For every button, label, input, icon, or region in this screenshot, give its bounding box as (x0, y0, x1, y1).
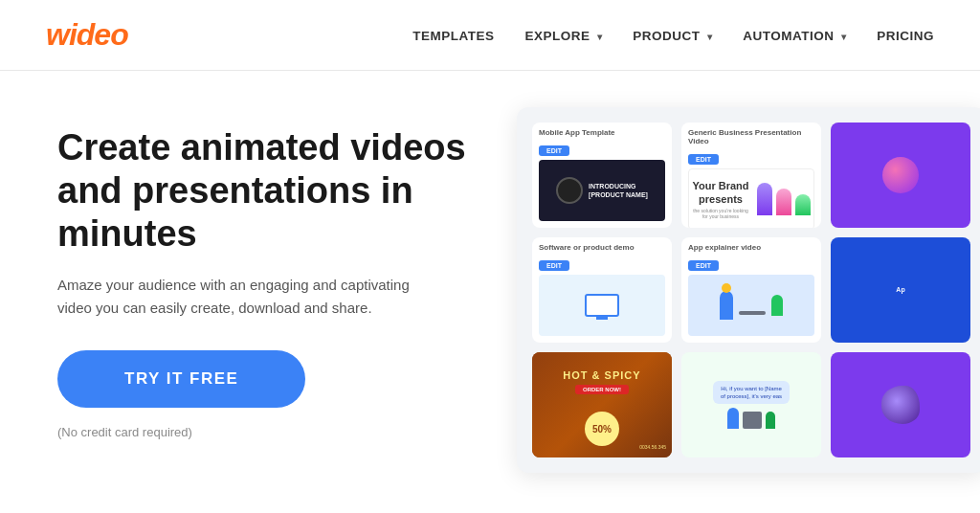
nav-item-templates[interactable]: TEMPLATES (412, 27, 494, 44)
hot-spicy-title: HOT & SPICY (532, 369, 672, 381)
blob-graphic (881, 386, 920, 424)
nav-item-explore[interactable]: EXPLORE ▾ (524, 27, 602, 44)
circle-3d-graphic (882, 157, 919, 193)
chevron-down-icon: ▾ (841, 32, 847, 42)
hero-content: Create animated videos and presentations… (57, 117, 479, 439)
discount-badge: 50% (585, 412, 619, 446)
nav-links: TEMPLATES EXPLORE ▾ PRODUCT ▾ AUTOMATION… (412, 27, 934, 44)
card-label: Mobile App Template (532, 123, 672, 140)
template-card-partial-purple (831, 123, 970, 228)
template-card-blue-partial: Ap (831, 237, 970, 343)
hero-section: Create animated videos and presentations… (0, 71, 980, 473)
template-card-desk-scene: Hi, if you want to [Name of process], it… (681, 352, 821, 457)
brand-subtitle: the solution you're lookingfor your busi… (692, 208, 748, 219)
order-now-button: ORDER NOW! (575, 385, 629, 394)
template-card-software-demo: Software or product demo EDIT (532, 237, 672, 343)
desk-graphic (743, 412, 762, 429)
person-figure (720, 291, 733, 320)
plant-small-graphic (766, 412, 775, 429)
template-preview-panel: Mobile App Template EDIT INTRODUCING[PRO… (517, 107, 980, 473)
hero-subtitle: Amaze your audience with an engaging and… (57, 274, 412, 320)
chevron-down-icon: ▾ (707, 32, 713, 42)
chevron-down-icon: ▾ (597, 32, 603, 42)
figure-1 (757, 183, 772, 215)
card-label: Software or product demo (532, 237, 672, 255)
card-visual: INTRODUCING[PRODUCT NAME] (539, 160, 665, 221)
logo[interactable]: wideo (46, 17, 128, 53)
circle-graphic (556, 177, 583, 204)
nav-item-automation[interactable]: AUTOMATION ▾ (743, 27, 846, 44)
monitor-icon (585, 294, 619, 317)
speech-bubble: Hi, if you want to [Name of process], it… (713, 381, 790, 405)
card-visual: Your Brandpresents the solution you're l… (688, 168, 814, 228)
edit-button[interactable]: EDIT (539, 260, 569, 271)
nav-item-pricing[interactable]: PRICING (877, 27, 934, 44)
nav-item-product[interactable]: PRODUCT ▾ (633, 27, 712, 44)
card-label: Generic Business Presentation Video (681, 123, 821, 148)
figures-graphic (757, 183, 811, 215)
hero-title: Create animated videos and presentations… (57, 126, 479, 255)
edit-button[interactable]: EDIT (688, 260, 719, 271)
figure-3 (795, 194, 811, 215)
person-small-graphic (727, 408, 739, 429)
brand-text: Your Brandpresents (692, 179, 748, 207)
template-card-purple-blob (831, 352, 970, 457)
edit-button[interactable]: EDIT (539, 145, 569, 156)
no-credit-text: (No credit card required) (57, 425, 479, 439)
card-visual (688, 275, 814, 336)
desk-graphic (739, 311, 766, 315)
plant-graphic (771, 295, 783, 316)
phone-number: 0034.56.345 (639, 444, 666, 450)
edit-button[interactable]: EDIT (688, 154, 719, 165)
template-grid: Mobile App Template EDIT INTRODUCING[PRO… (517, 107, 980, 473)
figure-2 (776, 189, 791, 215)
try-it-free-button[interactable]: TRY IT FREE (57, 350, 305, 408)
desk-scene-graphic (727, 408, 775, 429)
template-card-mobile-app: Mobile App Template EDIT INTRODUCING[PRO… (532, 123, 672, 228)
navbar: wideo TEMPLATES EXPLORE ▾ PRODUCT ▾ AUTO… (0, 0, 980, 71)
template-card-app-explainer: App explainer video EDIT (681, 237, 821, 343)
template-card-hot-spicy: HOT & SPICY ORDER NOW! 50% 0034.56.345 (532, 352, 672, 457)
card-visual (539, 275, 665, 336)
blue-card-text: Ap (892, 281, 908, 299)
template-card-business: Generic Business Presentation Video EDIT… (681, 123, 821, 228)
product-text: INTRODUCING[PRODUCT NAME] (589, 182, 648, 199)
card-label: App explainer video (681, 237, 821, 255)
